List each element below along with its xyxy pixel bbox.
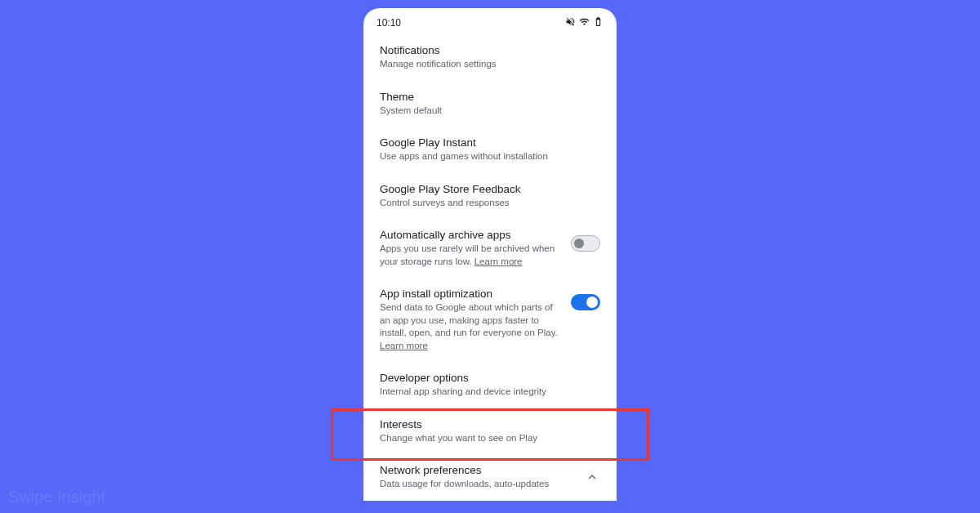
setting-notifications[interactable]: Notifications Manage notification settin… xyxy=(363,34,617,81)
setting-title: Developer options xyxy=(380,372,592,384)
status-bar: 10:10 xyxy=(363,8,617,34)
setting-title: Automatically archive apps xyxy=(380,229,563,241)
watermark: Swipe Insight xyxy=(8,488,105,506)
learn-more-link[interactable]: Learn more xyxy=(380,341,428,350)
setting-feedback[interactable]: Google Play Store Feedback Control surve… xyxy=(363,173,617,220)
wifi-icon xyxy=(579,16,590,29)
setting-sub: Data usage for downloads, auto-updates xyxy=(380,478,576,491)
setting-title: App install optimization xyxy=(380,288,563,300)
setting-sub: System default xyxy=(380,105,592,118)
setting-sub: Manage notification settings xyxy=(380,58,592,71)
setting-play-instant[interactable]: Google Play Instant Use apps and games w… xyxy=(363,127,617,173)
battery-icon xyxy=(593,16,604,29)
setting-title: Google Play Store Feedback xyxy=(380,183,592,195)
phone-frame: 10:10 Notifications Manage notification … xyxy=(363,8,617,501)
setting-title: Interests xyxy=(380,418,592,430)
setting-developer[interactable]: Developer options Internal app sharing a… xyxy=(363,362,617,408)
setting-sub: Control surveys and responses xyxy=(380,197,592,210)
chevron-up-icon[interactable] xyxy=(584,469,600,485)
setting-title: Theme xyxy=(380,91,592,103)
setting-sub: Apps you use rarely will be archived whe… xyxy=(380,243,563,268)
setting-archive[interactable]: Automatically archive apps Apps you use … xyxy=(363,219,617,278)
setting-interests[interactable]: Interests Change what you want to see on… xyxy=(363,408,617,455)
setting-sub: Send data to Google about which parts of… xyxy=(380,301,563,352)
toggle-optimization[interactable] xyxy=(571,294,600,310)
setting-optimization[interactable]: App install optimization Send data to Go… xyxy=(363,278,617,362)
setting-sub: Change what you want to see on Play xyxy=(380,432,592,445)
toggle-archive[interactable] xyxy=(571,235,600,252)
setting-theme[interactable]: Theme System default xyxy=(363,81,617,127)
setting-title: Google Play Instant xyxy=(380,136,592,149)
setting-sub: Internal app sharing and device integrit… xyxy=(380,386,592,399)
status-icons xyxy=(565,16,604,29)
mute-icon xyxy=(565,16,576,29)
learn-more-link[interactable]: Learn more xyxy=(474,256,523,266)
setting-sub: Use apps and games without installation xyxy=(380,150,592,163)
setting-title: Notifications xyxy=(380,44,592,56)
status-time: 10:10 xyxy=(376,17,401,29)
setting-title: Network preferences xyxy=(380,464,576,476)
settings-list: Notifications Manage notification settin… xyxy=(363,34,617,501)
setting-network[interactable]: Network preferences Data usage for downl… xyxy=(363,454,617,501)
